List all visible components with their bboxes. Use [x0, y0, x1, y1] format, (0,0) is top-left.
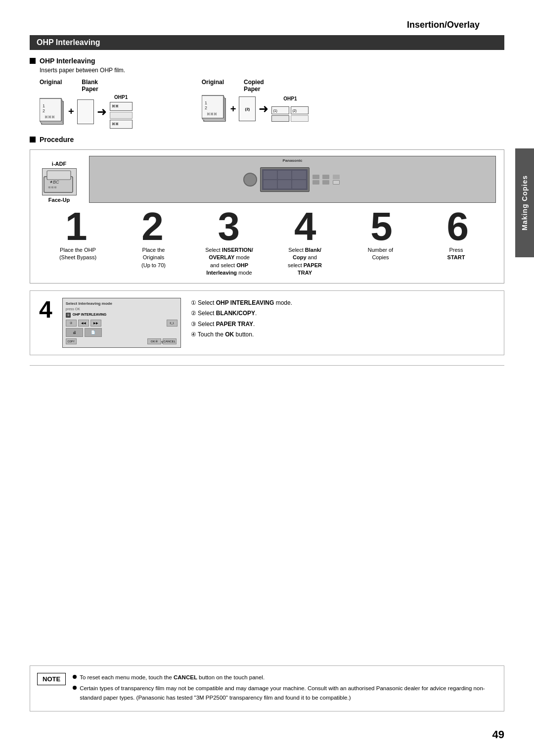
svg-text:1: 1 [205, 100, 207, 105]
step-num-3: 3 [191, 207, 267, 246]
iadf-visual: i-ADF ✦BC ≋≋≋ Face-Up [38, 161, 80, 203]
screen-btn4: 0_1 [167, 320, 178, 327]
bullet-dot-2 [73, 686, 77, 690]
ohp-blank-sheet [110, 112, 133, 119]
screen-icon-img2: 📄 [85, 328, 102, 337]
ohp-rsheet-1: (1) [271, 106, 289, 114]
screen-buttons: ② ◀◀ ▶▶ [66, 320, 101, 327]
panasonic-label: Panasonic [282, 158, 302, 163]
callout-instructions: ① Select OHP INTERLEAVING mode. ② Select… [191, 298, 292, 348]
copier-dial [243, 173, 257, 187]
svg-rect-13 [47, 171, 71, 180]
orig-label-right: Original [202, 79, 224, 93]
note-bullet-2: Certain types of transparency film may n… [73, 684, 495, 702]
step-desc-4: Select Blank/Copy andselect PAPERTRAY [267, 246, 343, 277]
callout-inst-3: ③ Select PAPER TRAY. [191, 319, 292, 330]
step-num-2: 2 [114, 207, 190, 246]
svg-text:≋≋≋: ≋≋≋ [48, 186, 57, 189]
section-title: Insertion/Overlay [30, 20, 504, 30]
svg-text:2: 2 [205, 105, 207, 110]
screen-row3: 🖨 📄 [66, 328, 178, 337]
copied-label: CopiedPaper [244, 79, 264, 93]
procedure-heading: Procedure [30, 136, 504, 143]
orig-label-left: Original [40, 79, 62, 93]
callout-inst-4: ④ Touch the OK button. [191, 330, 292, 340]
screen-btn2: ◀◀ [78, 320, 89, 327]
screen-btn1: ② [66, 320, 77, 327]
bullet-dot-1 [73, 675, 77, 679]
ohp-diagram-copied: Original CopiedPaper 1 2 ⌘⌘⌘ + (2) ➜ [202, 79, 309, 129]
screen-row1: ① OHP INTERLEAVING [66, 313, 178, 318]
screen-label1: OHP INTERLEAVING [73, 313, 107, 318]
iadf-icon: ✦BC ≋≋≋ [42, 168, 77, 195]
note-bullet-1: To reset each menu mode, touch the CANCE… [73, 673, 495, 682]
divider [30, 365, 504, 366]
svg-text:⌘⌘⌘: ⌘⌘⌘ [207, 112, 217, 116]
sidebar-tab: Making Copies [515, 148, 534, 257]
step-desc-row: Place the OHP(Sheet Bypass) Place theOri… [38, 246, 496, 277]
sidebar-tab-text: Making Copies [521, 175, 529, 231]
copier-display [260, 167, 310, 192]
plus-icon-left: + [68, 106, 74, 117]
faceup-label: Face-Up [48, 197, 70, 203]
ohp-rsheet-4 [291, 115, 309, 122]
note-label: NOTE [37, 673, 66, 685]
top-machines-row: i-ADF ✦BC ≋≋≋ Face-Up [38, 156, 496, 203]
note-text: To reset each menu mode, touch the CANCE… [73, 673, 495, 704]
screen-subtitle: press OK [66, 307, 178, 311]
ohp-sub-desc: Inserts paper between OHP film. [40, 67, 504, 74]
copied-paper-stack: (2) [239, 96, 256, 121]
step-num-5: 5 [343, 207, 419, 246]
callout-inst-1: ① Select OHP INTERLEAVING mode. [191, 298, 292, 309]
screen-ok-btn: OK④ [147, 338, 161, 344]
ohp-result-left: OHP1 ⌘⌘ ⌘⌘ [110, 94, 133, 129]
ohp-sub-heading: OHP Interleaving [30, 57, 504, 65]
callout-inst-2: ② Select BLANK/COPY. [191, 308, 292, 319]
screen-btn-copy: COPY [66, 338, 77, 344]
step-desc-5: Number ofCopies [343, 246, 418, 277]
ohp1-label-right: OHP1 [283, 96, 297, 101]
ohp-rsheet-3: (2) [291, 106, 309, 114]
ohp-sheet-2: ⌘⌘ [110, 120, 133, 129]
screen-title: Select Interleaving mode [66, 301, 178, 306]
page-container: Making Copies Insertion/Overlay OHP Inte… [0, 0, 534, 756]
screen-icon1: ① [66, 313, 71, 318]
step-num-4: 4 [267, 207, 343, 246]
note-box: NOTE To reset each menu mode, touch the … [30, 665, 504, 711]
svg-text:✦BC: ✦BC [49, 180, 59, 185]
screen-cancel-btn: CANCEL [163, 338, 177, 344]
ohp-diagram-section: Original BlankPaper 1 2 ⌘⌘⌘ + [40, 79, 504, 129]
screen-row2: ② ◀◀ ▶▶ 0_1 [66, 320, 178, 327]
svg-text:1: 1 [43, 103, 45, 108]
ohp1-label-left: OHP1 [114, 94, 128, 100]
screen-icon-img1: 🖨 [66, 328, 83, 337]
step-num-1: 1 [38, 207, 114, 246]
copier-icon: Panasonic [89, 156, 496, 203]
iadf-label: i-ADF [52, 161, 66, 167]
ohp-label-row-left: Original BlankPaper [40, 79, 133, 93]
ohp-diagram-blank: Original BlankPaper 1 2 ⌘⌘⌘ + [40, 79, 133, 129]
callout-number: 4 [39, 298, 52, 348]
procedure-steps-wrapper: i-ADF ✦BC ≋≋≋ Face-Up [30, 149, 504, 284]
copier-screen-area [243, 167, 342, 192]
callout-screen: Select Interleaving mode press OK ① OHP … [62, 298, 181, 348]
step-desc-2: Place theOriginals(Up to 70) [116, 246, 191, 277]
screen-btn3: ▶▶ [90, 320, 101, 327]
step-desc-6: PressSTART [418, 246, 494, 277]
blank-label: BlankPaper [82, 79, 98, 93]
step-num-6: 6 [420, 207, 496, 246]
original-stack-left: 1 2 ⌘⌘⌘ [40, 97, 65, 126]
large-numbers-row: 1 2 3 4 5 6 [38, 203, 496, 246]
black-square-proc-icon [30, 137, 36, 142]
ohp-sheet-1: ⌘⌘ [110, 102, 133, 111]
callout-box: 4 Select Interleaving mode press OK ① OH… [30, 290, 504, 355]
ohp-label-row-right: Original CopiedPaper [202, 79, 309, 93]
arrow-icon-right: ➜ [259, 102, 268, 116]
step-desc-1: Place the OHP(Sheet Bypass) [40, 246, 116, 277]
svg-text:2: 2 [43, 108, 45, 113]
ohp-visual-left: 1 2 ⌘⌘⌘ + ➜ OHP1 ⌘⌘ ⌘⌘ [40, 94, 133, 129]
plus-icon-right: + [230, 103, 236, 115]
copier-buttons [312, 175, 342, 185]
black-square-icon [30, 58, 36, 64]
ohp-visual-right: 1 2 ⌘⌘⌘ + (2) ➜ OHP1 (1) [202, 94, 309, 123]
